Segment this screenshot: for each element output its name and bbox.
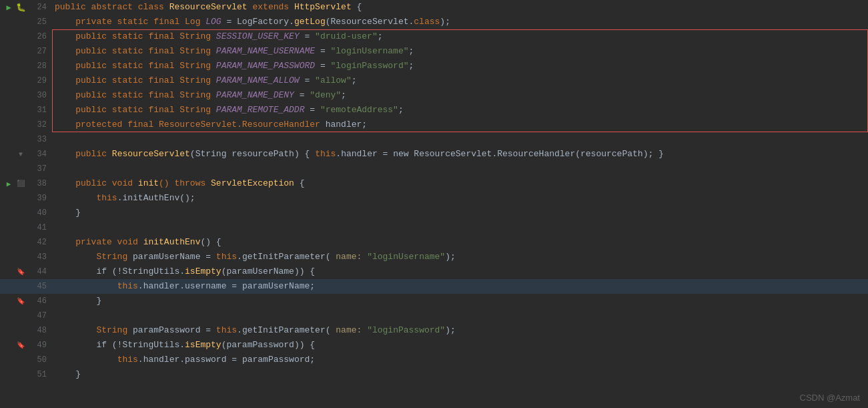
empty-icon2: [16, 76, 25, 85]
empty-icon: [4, 106, 13, 115]
line-gutter: 29: [0, 76, 52, 85]
debug-icon[interactable]: ⬛: [16, 179, 25, 188]
code-content: }: [52, 367, 81, 382]
code-content: public static final String PARAM_NAME_DE…: [52, 88, 346, 103]
code-content: public static final String PARAM_NAME_US…: [52, 44, 414, 59]
code-content: public static final String SESSION_USER_…: [52, 29, 383, 44]
code-line: 45 this.handler.username = paramUserName…: [0, 279, 868, 294]
line-gutter: 39: [0, 194, 52, 203]
empty-icon2: [16, 238, 25, 247]
empty-icon2: [16, 135, 25, 144]
empty-icon2: [16, 194, 25, 203]
code-content: public static final String PARAM_NAME_AL…: [52, 73, 357, 88]
code-content: this.initAuthEnv();: [52, 191, 195, 206]
empty-icon: [4, 252, 13, 262]
code-line: 37: [0, 162, 868, 176]
code-content: }: [52, 294, 101, 309]
empty-icon2: [16, 120, 25, 130]
line-number: 30: [28, 91, 47, 100]
code-line: 🔖 46 }: [0, 294, 868, 309]
empty-icon: [4, 326, 13, 335]
line-number: 28: [28, 61, 47, 71]
empty-icon: [4, 355, 13, 365]
code-content: if (!StringUtils.isEmpty(paramPassword))…: [52, 338, 315, 353]
empty-icon: [4, 370, 13, 379]
run-icon[interactable]: ▶: [4, 179, 13, 188]
empty-icon: [4, 150, 13, 159]
line-number: 45: [28, 282, 47, 291]
code-line: 42 private void initAuthEnv() {: [0, 235, 868, 250]
code-line: ▶⬛ 38 public void init() throws ServletE…: [0, 176, 868, 191]
empty-icon: [4, 223, 13, 232]
empty-icon: [4, 238, 13, 247]
line-gutter: 42: [0, 238, 52, 247]
empty-icon2: [16, 355, 25, 365]
line-number: 40: [28, 208, 47, 218]
line-gutter: 37: [0, 164, 52, 174]
empty-icon2: [16, 106, 25, 115]
bookmark-icon[interactable]: 🔖: [16, 267, 25, 276]
line-gutter: 31: [0, 106, 52, 115]
empty-icon: [4, 91, 13, 100]
empty-icon: [4, 282, 13, 291]
code-line: 39 this.initAuthEnv();: [0, 191, 868, 206]
empty-icon: [4, 311, 13, 321]
bookmark-icon[interactable]: 🔖: [16, 341, 25, 350]
line-number: 32: [28, 120, 47, 130]
code-line: 🔖 49 if (!StringUtils.isEmpty(paramPassw…: [0, 338, 868, 353]
line-gutter: 51: [0, 370, 52, 379]
empty-icon2: [16, 164, 25, 174]
line-gutter: 25: [0, 17, 52, 27]
code-line: 🔖 44 if (!StringUtils.isEmpty(paramUserN…: [0, 264, 868, 279]
line-gutter: 26: [0, 32, 52, 41]
code-line: 31 public static final String PARAM_REMO…: [0, 103, 868, 118]
empty-icon2: [16, 282, 25, 291]
empty-icon2: [16, 91, 25, 100]
code-line: 50 this.handler.password = paramPassword…: [0, 353, 868, 367]
code-editor: ▶ 🐛 24 public abstract class ResourceSer…: [0, 0, 868, 408]
run-icon[interactable]: ▶: [4, 3, 13, 12]
empty-icon: [4, 47, 13, 56]
collapse-icon[interactable]: ▼: [16, 150, 25, 159]
line-gutter: 40: [0, 208, 52, 218]
code-line: 33: [0, 132, 868, 147]
empty-icon2: [16, 252, 25, 262]
bookmark-icon[interactable]: 🔖: [16, 296, 25, 306]
code-content: String paramPassword = this.getInitParam…: [52, 323, 456, 338]
line-number: 49: [28, 341, 47, 350]
debug-icon[interactable]: 🐛: [16, 3, 25, 12]
line-number: 47: [28, 311, 47, 321]
line-gutter: 🔖 46: [0, 296, 52, 306]
code-line: ▶ 🐛 24 public abstract class ResourceSer…: [0, 0, 868, 15]
line-gutter: ▶ 🐛 24: [0, 3, 52, 12]
code-line: 29 public static final String PARAM_NAME…: [0, 73, 868, 88]
code-content: this.handler.password = paramPassword;: [52, 353, 315, 367]
line-gutter: ▶⬛ 38: [0, 179, 52, 188]
empty-icon2: [16, 370, 25, 379]
code-content: public abstract class ResourceServlet ex…: [52, 0, 362, 15]
line-number: 29: [28, 76, 47, 85]
line-number: 25: [28, 17, 47, 27]
line-gutter: 33: [0, 135, 52, 144]
empty-icon2: [16, 61, 25, 71]
line-number: 46: [28, 296, 47, 306]
code-content: public static final String PARAM_REMOTE_…: [52, 103, 404, 118]
code-content: protected final ResourceServlet.Resource…: [52, 118, 367, 132]
code-line: 40 }: [0, 206, 868, 220]
line-number: 34: [28, 150, 47, 159]
line-number: 42: [28, 238, 47, 247]
code-line: 26 public static final String SESSION_US…: [0, 29, 868, 44]
code-line: 48 String paramPassword = this.getInitPa…: [0, 323, 868, 338]
watermark: CSDN @Azmat: [800, 393, 861, 403]
code-line: ▼ 34 public ResourceServlet(String resou…: [0, 147, 868, 162]
line-number: 26: [28, 32, 47, 41]
code-content: public static final String PARAM_NAME_PA…: [52, 59, 414, 73]
empty-icon: [4, 341, 13, 350]
code-line: 43 String paramUserName = this.getInitPa…: [0, 250, 868, 264]
empty-icon: [4, 194, 13, 203]
empty-icon2: [16, 223, 25, 232]
empty-icon: [4, 296, 13, 306]
code-line: 32 protected final ResourceServlet.Resou…: [0, 118, 868, 132]
line-number: 48: [28, 326, 47, 335]
empty-icon: [4, 208, 13, 218]
